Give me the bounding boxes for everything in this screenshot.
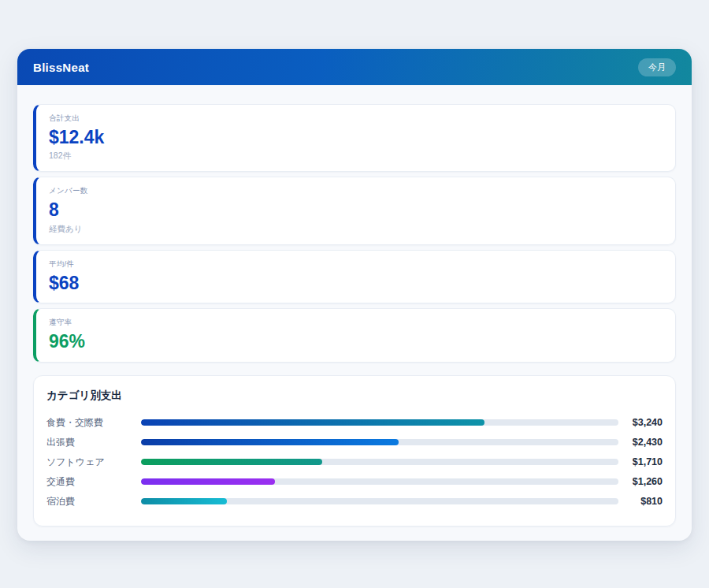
stat-card-total-spend: 合計支出 $12.4k 182件 <box>33 104 676 172</box>
stat-subtext: 182件 <box>49 151 663 162</box>
dashboard-content: 合計支出 $12.4k 182件 メンバー数 8 経費あり 平均/件 $68 遵… <box>17 85 692 541</box>
stat-card-member-count: メンバー数 8 経費あり <box>33 177 676 244</box>
category-label: ソフトウェア <box>46 456 141 469</box>
stat-subtext: 経費あり <box>49 224 663 235</box>
category-amount: $3,240 <box>618 417 663 428</box>
category-amount: $1,710 <box>618 456 663 467</box>
category-row: 食費・交際費 $3,240 <box>46 413 663 433</box>
stat-label: メンバー数 <box>49 186 663 196</box>
section-title: カテゴリ別支出 <box>46 389 663 403</box>
category-spend-card: カテゴリ別支出 食費・交際費 $3,240 出張費 $2,430 ソフトウェア … <box>33 375 676 527</box>
category-amount: $2,430 <box>618 437 663 448</box>
category-amount: $1,260 <box>618 476 663 487</box>
bar-track <box>141 419 618 426</box>
category-label: 食費・交際費 <box>46 416 141 430</box>
bar-fill <box>141 498 227 504</box>
stat-value: 8 <box>49 199 663 220</box>
category-row: 宿泊費 $810 <box>46 492 663 512</box>
category-label: 交通費 <box>46 475 141 489</box>
bar-track <box>141 478 618 485</box>
bar-track <box>141 459 618 465</box>
category-row: 出張費 $2,430 <box>46 433 663 452</box>
category-label: 宿泊費 <box>46 495 141 508</box>
stat-value: $12.4k <box>49 127 663 147</box>
dashboard-panel: BlissNeat 今月 合計支出 $12.4k 182件 メンバー数 8 経費… <box>17 49 692 541</box>
period-badge[interactable]: 今月 <box>638 58 676 76</box>
stat-card-compliance-rate: 遵守率 96% <box>33 308 676 362</box>
category-row: 交通費 $1,260 <box>46 472 663 492</box>
bar-track <box>141 439 618 445</box>
bar-track <box>141 498 618 504</box>
app-title: BlissNeat <box>33 61 89 74</box>
bar-fill <box>141 478 275 485</box>
stat-value: $68 <box>49 273 663 293</box>
stat-card-average-per-item: 平均/件 $68 <box>33 250 676 303</box>
stat-label: 遵守率 <box>49 318 663 328</box>
stat-value: 96% <box>49 331 663 352</box>
bar-fill <box>141 459 322 465</box>
bar-fill <box>141 439 399 445</box>
category-amount: $810 <box>618 496 663 507</box>
category-row: ソフトウェア $1,710 <box>46 452 663 472</box>
bar-fill <box>141 419 484 426</box>
app-header: BlissNeat 今月 <box>17 49 692 85</box>
category-label: 出張費 <box>46 436 141 449</box>
stat-label: 合計支出 <box>49 114 663 124</box>
stat-label: 平均/件 <box>49 259 663 270</box>
